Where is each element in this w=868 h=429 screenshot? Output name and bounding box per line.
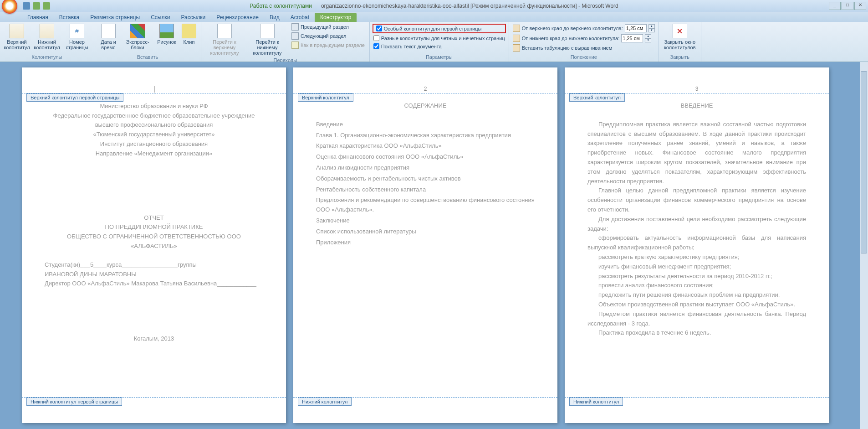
next-icon — [291, 32, 299, 40]
group-label: Вставить — [97, 53, 198, 61]
page-number-icon — [70, 24, 84, 38]
date-time-button[interactable]: Дата и время — [97, 23, 120, 51]
nav-up-icon — [217, 24, 232, 38]
group-label: Колонтитулы — [3, 53, 91, 61]
page-number-button[interactable]: Номер страницы — [63, 23, 91, 51]
group-insert: Дата и время Экспресс-блоки Рисунок Клип… — [94, 22, 201, 62]
highlight-first-page-option: Особый колонтитул для первой страницы — [373, 24, 506, 33]
goto-footer-button[interactable]: Перейти к нижнему колонтитулу — [247, 23, 288, 57]
vertical-scrollbar[interactable] — [860, 62, 868, 429]
group-options: Особый колонтитул для первой страницы Ра… — [370, 22, 509, 62]
link-icon — [291, 41, 299, 49]
picture-button[interactable]: Рисунок — [155, 23, 178, 46]
page-1[interactable]: Верхний колонтитул первой страницы Минис… — [22, 67, 286, 423]
group-headers-footers: Верхний колонтитул Нижний колонтитул Ном… — [0, 22, 94, 62]
tab-insert[interactable]: Вставка — [54, 13, 85, 22]
tab-page-layout[interactable]: Разметка страницы — [85, 13, 145, 22]
page-number: 3 — [587, 86, 806, 92]
tab-mailings[interactable]: Рассылки — [175, 13, 211, 22]
header-icon — [10, 24, 24, 38]
header-tag: Верхний колонтитул — [298, 93, 353, 102]
tab-acrobat[interactable]: Acrobat — [285, 13, 315, 22]
nav-down-icon — [260, 24, 275, 38]
different-first-page-checkbox[interactable]: Особый колонтитул для первой страницы — [375, 25, 503, 32]
close-button[interactable]: ✕ — [854, 2, 866, 10]
group-label: Закрыть — [662, 53, 698, 61]
redo-icon[interactable] — [43, 2, 50, 10]
header-from-top-row: От верхнего края до верхнего колонтитула… — [512, 24, 656, 33]
previous-section-button[interactable]: Предыдущий раздел — [290, 23, 367, 31]
ribbon: Верхний колонтитул Нижний колонтитул Ном… — [0, 22, 868, 62]
tab-references[interactable]: Ссылки — [145, 13, 175, 22]
show-document-text-checkbox[interactable]: Показать текст документа — [373, 43, 506, 50]
parts-icon — [130, 24, 145, 38]
different-odd-even-checkbox[interactable]: Разные колонтитулы для четных и нечетных… — [373, 35, 506, 41]
next-section-button[interactable]: Следующий раздел — [290, 32, 367, 40]
group-position: От верхнего края до верхнего колонтитула… — [509, 22, 659, 62]
header-position-input[interactable] — [625, 24, 647, 32]
ribbon-tabs: Главная Вставка Разметка страницы Ссылки… — [0, 12, 868, 22]
ruler-icon — [513, 35, 520, 42]
tab-review[interactable]: Рецензирование — [211, 13, 264, 22]
footer-from-bottom-row: От нижнего края до нижнего колонтитула: … — [512, 34, 656, 43]
quick-parts-button[interactable]: Экспресс-блоки — [122, 23, 153, 51]
spinner[interactable]: ▲▼ — [645, 34, 651, 42]
date-icon — [101, 24, 116, 38]
minimize-button[interactable]: _ — [829, 2, 841, 10]
document-area[interactable]: Верхний колонтитул первой страницы Минис… — [0, 62, 868, 429]
insert-alignment-tab-button[interactable]: Вставить табуляцию с выравниванием — [512, 44, 656, 52]
footer-tag: Нижний колонтитул — [298, 398, 352, 406]
clip-icon — [182, 24, 196, 38]
page-3[interactable]: 3 Верхний колонтитул ВВЕДЕНИЕ Преддиплом… — [565, 67, 829, 423]
context-title: Работа с колонтитулами — [250, 3, 312, 9]
footer-button[interactable]: Нижний колонтитул — [33, 23, 61, 51]
picture-icon — [159, 24, 174, 38]
header-tag: Верхний колонтитул — [569, 93, 625, 102]
tab-home[interactable]: Главная — [22, 13, 54, 22]
office-button[interactable] — [2, 0, 17, 14]
clipart-button[interactable]: Клип — [180, 23, 198, 46]
page-number: 2 — [316, 86, 535, 92]
quick-access-toolbar — [23, 2, 50, 10]
group-label: Параметры — [373, 53, 506, 61]
undo-icon[interactable] — [33, 2, 40, 10]
header-button[interactable]: Верхний колонтитул — [3, 23, 31, 51]
document-title: organizaczionno-ekonomicheskaya-harakter… — [321, 3, 618, 9]
footer-position-input[interactable] — [621, 34, 643, 42]
close-icon — [673, 24, 687, 38]
group-label: Положение — [512, 53, 656, 61]
footer-tag: Нижний колонтитул первой страницы — [26, 398, 122, 406]
scrollbar-thumb[interactable] — [861, 71, 867, 253]
link-previous-button[interactable]: Как в предыдущем разделе — [290, 41, 367, 49]
titlebar: Работа с колонтитулами organizaczionno-e… — [0, 0, 868, 12]
goto-header-button[interactable]: Перейти к верхнему колонтитулу — [204, 23, 245, 57]
tab-design[interactable]: Конструктор — [315, 13, 357, 22]
prev-icon — [291, 23, 299, 31]
close-header-footer-button[interactable]: Закрыть окно колонтитулов — [662, 23, 698, 51]
tab-view[interactable]: Вид — [264, 13, 285, 22]
save-icon[interactable] — [23, 2, 30, 10]
page-2[interactable]: 2 Верхний колонтитул СОДЕРЖАНИЕ Введение… — [293, 67, 557, 423]
tab-icon — [513, 44, 520, 52]
footer-icon — [40, 24, 54, 38]
footer-tag: Нижний колонтитул — [569, 398, 623, 406]
page-number — [45, 86, 263, 93]
group-navigation: Перейти к верхнему колонтитулу Перейти к… — [201, 22, 370, 62]
header-tag: Верхний колонтитул первой страницы — [26, 93, 123, 102]
maximize-button[interactable]: □ — [842, 2, 853, 10]
group-close: Закрыть окно колонтитулов Закрыть — [659, 22, 701, 62]
ruler-icon — [513, 25, 520, 32]
spinner[interactable]: ▲▼ — [648, 24, 655, 32]
